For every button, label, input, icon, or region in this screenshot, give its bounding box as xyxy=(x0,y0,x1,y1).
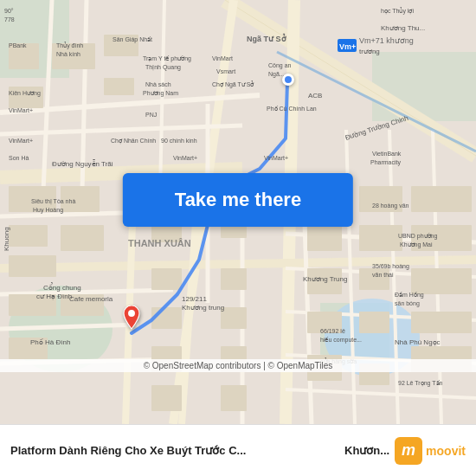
svg-text:Phương Nam: Phương Nam xyxy=(143,90,178,97)
svg-text:66/192 lê: 66/192 lê xyxy=(320,328,345,334)
svg-rect-40 xyxy=(9,225,48,247)
svg-text:hiếu compute...: hiếu compute... xyxy=(320,337,362,344)
svg-text:Phố Hà Đình: Phố Hà Đình xyxy=(30,338,70,346)
svg-text:Chợ Ngã Tư Sở: Chợ Ngã Tư Sở xyxy=(212,80,254,88)
svg-text:92 Lê Trọng Tấn: 92 Lê Trọng Tấn xyxy=(398,380,443,387)
bottom-right: Khươn... m moovit xyxy=(344,437,466,465)
svg-text:THANH XUÂN: THANH XUÂN xyxy=(128,238,191,248)
svg-rect-66 xyxy=(151,268,182,290)
moovit-brand-text: moovit xyxy=(426,444,466,458)
bottom-bar: Platform Dành Riêng Cho Xe Buýt Trước C.… xyxy=(0,424,476,476)
svg-text:28 hoàng vân: 28 hoàng vân xyxy=(372,203,409,209)
station-name: Platform Dành Riêng Cho Xe Buýt Trước C.… xyxy=(10,444,338,457)
svg-text:Khương Mai: Khương Mai xyxy=(400,241,433,248)
svg-text:sân bóng: sân bóng xyxy=(395,300,420,307)
svg-text:Nhà sách: Nhà sách xyxy=(145,81,171,87)
svg-rect-60 xyxy=(411,268,472,294)
svg-text:Kiên Hương: Kiên Hương xyxy=(9,90,41,97)
map-attribution: © OpenStreetMap contributors | © OpenMap… xyxy=(0,359,476,372)
take-me-there-button[interactable]: Take me there xyxy=(123,173,353,227)
svg-text:Siêu thị Tòa nhà: Siêu thị Tòa nhà xyxy=(31,198,75,205)
svg-rect-57 xyxy=(359,312,389,333)
svg-text:Khương Thu...: Khương Thu... xyxy=(381,24,425,32)
svg-text:cư Hạ Đình: cư Hạ Đình xyxy=(36,293,72,300)
svg-text:VietinBank: VietinBank xyxy=(372,151,402,157)
svg-text:Thịnh Quang: Thịnh Quang xyxy=(145,64,181,71)
svg-text:học Thủy lợi: học Thủy lợi xyxy=(381,7,414,15)
svg-text:VinMart+: VinMart+ xyxy=(9,138,33,144)
svg-text:VinMart+: VinMart+ xyxy=(264,155,288,161)
svg-text:PBank: PBank xyxy=(9,42,27,48)
svg-text:Vm+: Vm+ xyxy=(339,42,356,51)
svg-text:Đầm Hồng: Đầm Hồng xyxy=(395,292,424,299)
svg-text:Thủy đình: Thủy đình xyxy=(56,42,83,49)
svg-text:VinMart+: VinMart+ xyxy=(9,107,33,113)
svg-rect-61 xyxy=(411,312,472,333)
svg-text:Ngã Tư Sở: Ngã Tư Sở xyxy=(247,33,286,43)
svg-text:trương: trương xyxy=(359,48,380,55)
destination-label: Khươn... xyxy=(344,444,389,457)
svg-text:Khương trung: Khương trung xyxy=(182,304,224,312)
svg-rect-73 xyxy=(221,385,247,411)
svg-rect-4 xyxy=(372,52,476,121)
origin-marker xyxy=(282,74,294,86)
svg-rect-51 xyxy=(359,225,402,251)
svg-text:Huy Hoàng: Huy Hoàng xyxy=(33,207,63,214)
svg-text:Vsmart: Vsmart xyxy=(216,68,235,74)
svg-text:35/69b hoàng: 35/69b hoàng xyxy=(372,263,409,270)
svg-rect-43 xyxy=(61,225,104,251)
svg-text:Công an: Công an xyxy=(268,62,292,69)
svg-text:90 chính kinh: 90 chính kinh xyxy=(161,138,197,144)
svg-text:Vm+71 khương: Vm+71 khương xyxy=(359,36,414,45)
svg-text:PNJ: PNJ xyxy=(145,112,157,118)
svg-text:ACB: ACB xyxy=(308,92,322,100)
moovit-icon: m xyxy=(395,437,422,465)
svg-text:Nhà kính: Nhà kính xyxy=(56,51,80,57)
map-container: Ngã Tư Sở Đường Trường Chinh Đường Nguyễ… xyxy=(0,0,476,424)
svg-rect-67 xyxy=(221,268,247,290)
svg-rect-38 xyxy=(104,78,134,95)
svg-text:Pharmacity: Pharmacity xyxy=(370,159,402,166)
svg-text:Phố Cù Chính Lan: Phố Cù Chính Lan xyxy=(267,106,317,112)
svg-text:90°: 90° xyxy=(4,8,14,14)
svg-point-137 xyxy=(128,310,135,317)
svg-text:129/211: 129/211 xyxy=(182,295,207,303)
svg-text:VinMart+: VinMart+ xyxy=(173,155,197,161)
svg-text:778: 778 xyxy=(4,16,15,23)
svg-text:Đường Nguyễn Trãi: Đường Nguyễn Trãi xyxy=(52,159,113,168)
svg-text:Cổng chung: Cổng chung xyxy=(43,282,81,292)
svg-text:Chợ Nhân Chính: Chợ Nhân Chính xyxy=(111,138,156,145)
svg-rect-69 xyxy=(221,307,247,329)
svg-text:Nhà Phú Ngọc: Nhà Phú Ngọc xyxy=(395,338,441,346)
app: Ngã Tư Sở Đường Trường Chinh Đường Nguyễ… xyxy=(0,0,476,476)
svg-text:VinMart: VinMart xyxy=(212,55,233,61)
svg-rect-49 xyxy=(307,225,342,251)
svg-text:Cafe memorla: Cafe memorla xyxy=(69,295,113,303)
svg-rect-52 xyxy=(411,186,472,212)
svg-text:Sân Giáp Nhất: Sân Giáp Nhất xyxy=(113,36,152,43)
svg-rect-41 xyxy=(9,255,56,277)
destination-marker xyxy=(119,306,144,340)
svg-text:Khuong: Khuong xyxy=(3,227,10,251)
svg-text:UBND phường: UBND phường xyxy=(398,233,437,240)
bottom-info: Platform Dành Riêng Cho Xe Buýt Trước C.… xyxy=(10,444,338,457)
svg-text:văn thái: văn thái xyxy=(372,272,394,278)
svg-text:Trạm Y tế phường: Trạm Y tế phường xyxy=(143,55,191,62)
svg-rect-72 xyxy=(151,385,182,411)
moovit-logo: m moovit xyxy=(395,437,466,465)
svg-text:Son Hà: Son Hà xyxy=(9,155,29,161)
svg-text:Khương Trung: Khương Trung xyxy=(303,275,347,283)
